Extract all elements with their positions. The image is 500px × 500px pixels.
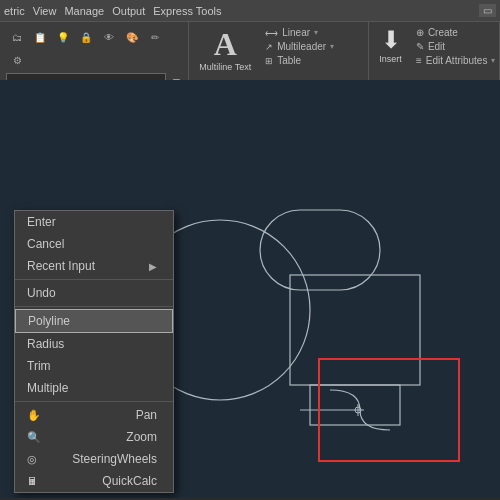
layer-icon-7[interactable]: ✏ (144, 26, 166, 48)
multileader-button[interactable]: ↗ Multileader ▾ (263, 40, 336, 53)
layer-icon-2[interactable]: 📋 (29, 26, 51, 48)
menu-output[interactable]: Output (112, 5, 145, 17)
menu-item-multiple[interactable]: Multiple (15, 377, 173, 399)
menu-window-icon[interactable]: ▭ (479, 4, 496, 17)
menu-express-tools[interactable]: Express Tools (153, 5, 221, 17)
edit-attributes-button[interactable]: ≡ Edit Attributes ▾ (414, 54, 498, 67)
linear-arrow: ▾ (314, 28, 318, 37)
linear-button[interactable]: ⟷ Linear ▾ (263, 26, 336, 39)
menu-manage[interactable]: Manage (64, 5, 104, 17)
edit-attributes-arrow: ▾ (491, 56, 495, 65)
edit-icon: ✎ (416, 41, 424, 52)
insert-button[interactable]: ⬇ Insert (375, 26, 406, 66)
pan-icon: ✋ (27, 409, 41, 422)
menu-item-radius[interactable]: Radius (15, 333, 173, 355)
multiline-text-icon: A (214, 28, 237, 60)
layer-icon-8[interactable]: ⚙ (6, 49, 28, 71)
menu-item-recent-input[interactable]: Recent Input ▶ (15, 255, 173, 277)
menu-item-zoom[interactable]: 🔍 Zoom (15, 426, 173, 448)
create-button[interactable]: ⊕ Create (414, 26, 498, 39)
menu-separator-1 (15, 279, 173, 280)
calc-icon: 🖩 (27, 475, 38, 487)
layer-icon-1[interactable]: 🗂 (6, 26, 28, 48)
context-menu: Enter Cancel Recent Input ▶ Undo Polylin… (14, 210, 174, 493)
menu-etric[interactable]: etric (4, 5, 25, 17)
multileader-arrow: ▾ (330, 42, 334, 51)
multiline-text-label: Multiline Text (199, 62, 251, 72)
menu-view[interactable]: View (33, 5, 57, 17)
insert-icon: ⬇ (381, 28, 401, 52)
edit-button[interactable]: ✎ Edit (414, 40, 498, 53)
layer-icon-3[interactable]: 💡 (52, 26, 74, 48)
layer-icon-4[interactable]: 🔒 (75, 26, 97, 48)
steering-icon: ◎ (27, 453, 37, 466)
layer-icon-5[interactable]: 👁 (98, 26, 120, 48)
menu-item-trim[interactable]: Trim (15, 355, 173, 377)
multiline-text-button[interactable]: A Multiline Text (195, 26, 255, 74)
menu-separator-3 (15, 401, 173, 402)
layer-icon-6[interactable]: 🎨 (121, 26, 143, 48)
zoom-icon: 🔍 (27, 431, 41, 444)
edit-attributes-icon: ≡ (416, 55, 422, 66)
table-icon: ⊞ (265, 56, 273, 66)
menu-item-quickcalc[interactable]: 🖩 QuickCalc (15, 470, 173, 492)
menu-item-pan[interactable]: ✋ Pan (15, 404, 173, 426)
menu-item-polyline[interactable]: Polyline (15, 309, 173, 333)
menu-item-enter[interactable]: Enter (15, 211, 173, 233)
table-button[interactable]: ⊞ Table (263, 54, 336, 67)
menu-item-undo[interactable]: Undo (15, 282, 173, 304)
menu-item-cancel[interactable]: Cancel (15, 233, 173, 255)
menu-item-steering-wheels[interactable]: ◎ SteeringWheels (15, 448, 173, 470)
multileader-icon: ↗ (265, 42, 273, 52)
recent-input-arrow: ▶ (149, 261, 157, 272)
canvas-area: Enter Cancel Recent Input ▶ Undo Polylin… (0, 80, 500, 498)
linear-icon: ⟷ (265, 28, 278, 38)
create-icon: ⊕ (416, 27, 424, 38)
menu-separator-2 (15, 306, 173, 307)
